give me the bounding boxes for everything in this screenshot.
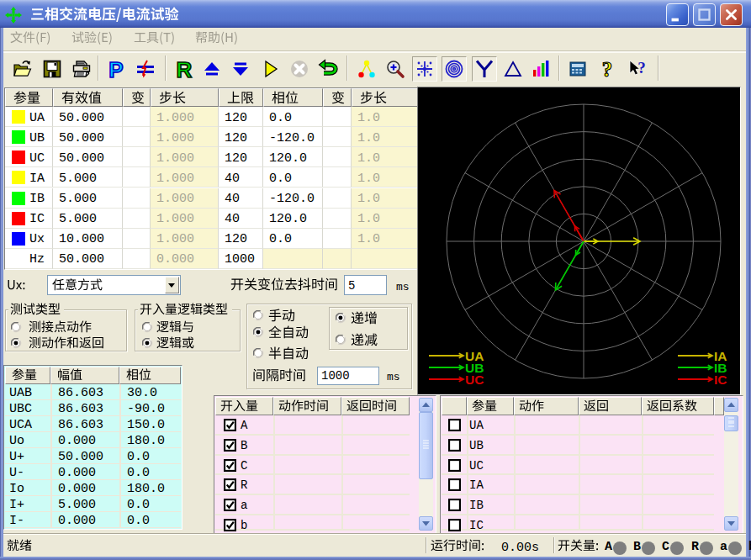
- svg-text:IC: IC: [714, 372, 727, 387]
- svg-text:UC: UC: [465, 372, 484, 387]
- svg-text:?: ?: [637, 59, 646, 77]
- svg-text:P: P: [108, 59, 123, 79]
- svg-text:R: R: [177, 59, 193, 79]
- svg-text:?: ?: [602, 59, 613, 79]
